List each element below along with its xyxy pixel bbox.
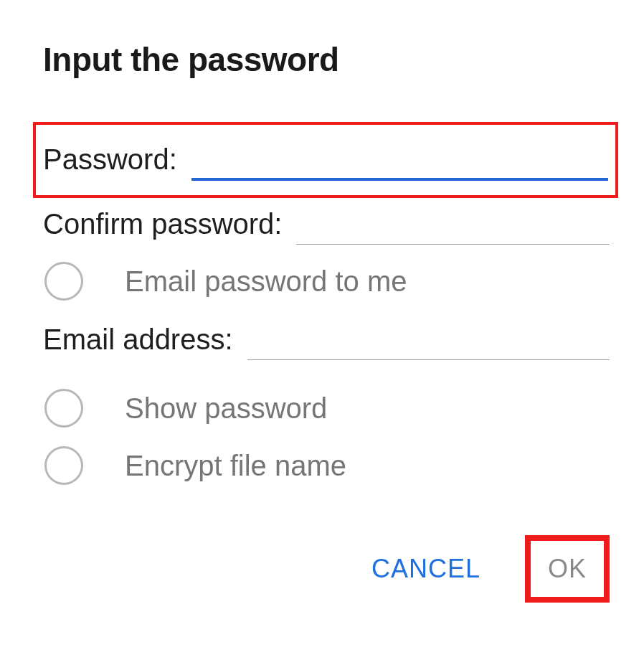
cancel-button[interactable]: CANCEL [359,544,493,594]
dialog-title: Input the password [43,40,610,79]
password-input[interactable] [191,138,608,181]
email-address-label: Email address: [43,324,233,356]
email-address-row: Email address: [43,319,610,360]
show-password-radio[interactable] [44,389,83,428]
email-password-label: Email password to me [125,265,407,298]
encrypt-file-name-label: Encrypt file name [125,450,346,482]
ok-highlight: OK [525,535,610,603]
password-label: Password: [43,143,177,176]
show-password-label: Show password [125,392,327,425]
ok-button[interactable]: OK [535,544,600,594]
confirm-password-input[interactable] [296,204,610,245]
password-dialog: Input the password Password: Confirm pas… [0,0,644,631]
password-row: Password: [33,122,618,198]
encrypt-file-name-option: Encrypt file name [43,446,610,485]
encrypt-file-name-radio[interactable] [44,446,83,485]
confirm-password-row: Confirm password: [43,204,610,245]
email-address-input[interactable] [247,319,610,360]
confirm-password-label: Confirm password: [43,208,282,240]
show-password-option: Show password [43,389,610,428]
email-password-radio[interactable] [44,262,83,301]
email-password-option: Email password to me [43,262,610,301]
dialog-actions: CANCEL OK [43,535,610,603]
